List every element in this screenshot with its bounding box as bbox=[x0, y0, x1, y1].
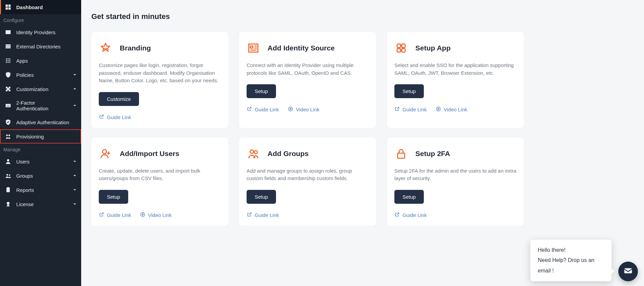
guide-link[interactable]: Guide Link bbox=[247, 212, 279, 218]
guide-link[interactable]: Guide Link bbox=[394, 212, 427, 218]
chevron-down-icon bbox=[73, 174, 76, 177]
play-circle-icon bbox=[288, 106, 293, 113]
sidebar-item-label: License bbox=[16, 201, 34, 207]
customize-button[interactable]: Customize bbox=[99, 92, 139, 106]
chat-prompt: Need Help? Drop us an email ! bbox=[538, 255, 604, 276]
id-card-icon bbox=[5, 29, 12, 36]
sidebar-item-identity-providers[interactable]: Identity Providers bbox=[0, 25, 81, 39]
svg-point-36 bbox=[436, 107, 440, 111]
directories-icon bbox=[5, 43, 12, 50]
sidebar-item-adaptive-auth[interactable]: Adaptive Authentication bbox=[0, 115, 81, 129]
card-setup-2fa: Setup 2FA Setup 2FA for the admin and th… bbox=[387, 137, 524, 226]
sidebar-item-policies[interactable]: Policies bbox=[0, 68, 81, 82]
svg-rect-4 bbox=[6, 30, 11, 34]
play-circle-icon bbox=[436, 106, 441, 113]
sidebar-section-configure: Configure bbox=[0, 14, 81, 25]
svg-point-5 bbox=[6, 31, 7, 32]
svg-point-25 bbox=[9, 174, 10, 176]
sidebar-item-label: External Directories bbox=[16, 44, 61, 49]
sidebar-item-provisioning[interactable]: Provisioning bbox=[0, 129, 81, 144]
guide-link[interactable]: Guide Link bbox=[247, 106, 279, 113]
external-link-icon bbox=[99, 114, 104, 120]
user-plus-icon bbox=[99, 147, 112, 160]
svg-point-18 bbox=[7, 74, 8, 75]
setup-button[interactable]: Setup bbox=[99, 190, 128, 204]
sidebar-item-label: Users bbox=[16, 159, 29, 164]
svg-point-23 bbox=[7, 159, 9, 161]
svg-rect-42 bbox=[624, 268, 632, 273]
video-link[interactable]: Video Link bbox=[288, 106, 320, 113]
sidebar-item-customization[interactable]: Customization bbox=[0, 82, 81, 96]
svg-point-40 bbox=[254, 151, 257, 154]
card-description: Connect with an Identity Provider using … bbox=[247, 62, 369, 77]
sidebar-item-2fa[interactable]: 123 2-Factor Authentication bbox=[0, 96, 81, 115]
sidebar-item-label: Provisioning bbox=[16, 134, 44, 139]
sidebar-item-label: 2-Factor Authentication bbox=[16, 100, 68, 111]
card-add-identity-source: Add Identity Source Connect with an Iden… bbox=[239, 32, 376, 128]
shield-check-icon bbox=[5, 119, 12, 126]
card-title: Setup 2FA bbox=[415, 150, 450, 158]
card-setup-app: Setup App Select and enable SSO for the … bbox=[387, 32, 524, 128]
guide-link[interactable]: Guide Link bbox=[394, 106, 427, 113]
card-description: Customize pages like login, registration… bbox=[99, 62, 221, 85]
setup-button[interactable]: Setup bbox=[394, 84, 424, 98]
card-add-groups: Add Groups Add and manage groups to assi… bbox=[239, 137, 376, 226]
guide-link[interactable]: Guide Link bbox=[99, 212, 131, 218]
card-title: Add Groups bbox=[268, 150, 308, 158]
sidebar-item-label: Reports bbox=[16, 187, 34, 193]
group-icon bbox=[5, 172, 12, 179]
svg-point-10 bbox=[7, 58, 8, 59]
sidebar-item-label: Groups bbox=[16, 173, 33, 179]
clipboard-icon bbox=[5, 186, 12, 193]
lock-icon bbox=[394, 147, 408, 160]
setup-button[interactable]: Setup bbox=[394, 190, 424, 204]
apps-icon bbox=[5, 57, 12, 64]
card-title: Setup App bbox=[415, 44, 451, 52]
svg-point-21 bbox=[6, 134, 8, 136]
app-grid-icon bbox=[394, 41, 408, 55]
users-group-icon bbox=[247, 147, 260, 160]
chevron-down-icon bbox=[73, 87, 76, 91]
setup-button[interactable]: Setup bbox=[247, 190, 276, 204]
sidebar-item-label: Apps bbox=[16, 58, 28, 64]
video-link[interactable]: Video Link bbox=[436, 106, 467, 113]
dashboard-icon bbox=[5, 4, 12, 10]
keypad-icon: 123 bbox=[5, 102, 12, 109]
card-description: Setup 2FA for the admin and the users to… bbox=[394, 167, 516, 182]
sidebar-item-reports[interactable]: Reports bbox=[0, 183, 81, 197]
external-link-icon bbox=[247, 212, 252, 218]
svg-point-14 bbox=[9, 60, 10, 61]
chat-launcher-button[interactable] bbox=[618, 262, 638, 281]
mail-icon bbox=[623, 266, 633, 277]
sidebar-item-label: Adaptive Authentication bbox=[16, 119, 69, 125]
sidebar-item-users[interactable]: Users bbox=[0, 154, 81, 169]
chevron-down-icon bbox=[73, 160, 76, 163]
svg-rect-7 bbox=[6, 46, 11, 47]
svg-rect-3 bbox=[8, 7, 11, 10]
svg-point-11 bbox=[9, 58, 10, 59]
svg-rect-8 bbox=[6, 47, 11, 48]
external-link-icon bbox=[247, 106, 252, 113]
card-grid: Branding Customize pages like login, reg… bbox=[91, 32, 634, 226]
svg-rect-30 bbox=[250, 46, 253, 48]
sidebar-section-manage: Manage bbox=[0, 144, 81, 154]
svg-point-16 bbox=[7, 62, 8, 63]
svg-rect-34 bbox=[397, 49, 401, 52]
svg-point-31 bbox=[289, 107, 293, 111]
video-link[interactable]: Video Link bbox=[140, 212, 172, 218]
sidebar-item-label: Customization bbox=[16, 86, 48, 92]
setup-button[interactable]: Setup bbox=[247, 84, 276, 98]
sidebar-item-apps[interactable]: Apps bbox=[0, 53, 81, 68]
sidebar-item-external-directories[interactable]: External Directories bbox=[0, 39, 81, 53]
shield-gear-icon bbox=[5, 71, 12, 78]
guide-link[interactable]: Guide Link bbox=[99, 114, 131, 120]
sidebar-item-license[interactable]: License bbox=[0, 197, 81, 211]
chevron-down-icon bbox=[73, 188, 76, 192]
sidebar-item-groups[interactable]: Groups bbox=[0, 169, 81, 183]
sidebar-item-dashboard[interactable]: Dashboard bbox=[0, 0, 81, 14]
chevron-down-icon bbox=[73, 202, 76, 206]
svg-rect-6 bbox=[6, 44, 11, 45]
card-branding: Branding Customize pages like login, reg… bbox=[91, 32, 228, 128]
card-title: Add Identity Source bbox=[268, 44, 335, 52]
svg-point-22 bbox=[8, 134, 10, 136]
